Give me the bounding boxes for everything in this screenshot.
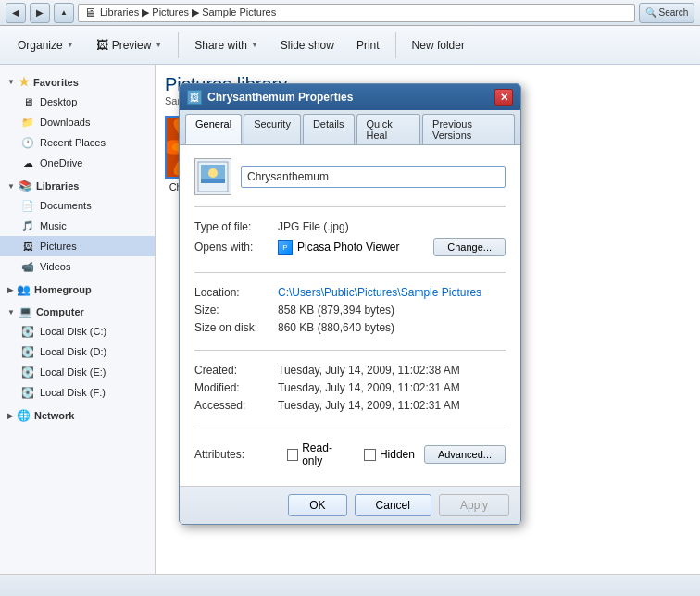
dialog-tabs: General Security Details Quick Heal Prev… — [180, 110, 520, 145]
location-section: Location: C:\Users\Public\Pictures\Sampl… — [194, 286, 506, 351]
type-section: Type of file: JPG File (.jpg) Opens with… — [194, 220, 506, 273]
hidden-label: Hidden — [380, 448, 415, 461]
tab-previous-versions[interactable]: Previous Versions — [422, 114, 515, 144]
opens-with-label: Opens with: — [194, 241, 278, 254]
hidden-check[interactable]: Hidden — [364, 448, 415, 461]
tab-prev-versions-label: Previous Versions — [432, 118, 472, 141]
dialog-title-icon: 🖼 — [187, 90, 202, 105]
attributes-section: Attributes: Read-only Hidden Advanced... — [194, 441, 506, 467]
location-row: Location: C:\Users\Public\Pictures\Sampl… — [194, 286, 506, 299]
dialog-footer: OK Cancel Apply — [180, 486, 520, 524]
app-name: Picasa Photo Viewer — [297, 241, 400, 254]
ok-button[interactable]: OK — [288, 494, 346, 516]
file-type-value: JPG File (.jpg) — [278, 220, 349, 233]
location-label: Location: — [194, 286, 278, 299]
dialog-close-button[interactable]: ✕ — [494, 89, 513, 106]
file-name-row — [194, 158, 506, 207]
opens-with-row: Opens with: P Picasa Photo Viewer Change… — [194, 238, 506, 256]
location-value[interactable]: C:\Users\Public\Pictures\Sample Pictures — [278, 286, 481, 299]
tab-security-label: Security — [254, 118, 291, 130]
svg-point-18 — [208, 168, 218, 178]
tab-general[interactable]: General — [185, 114, 242, 144]
attributes-label: Attributes: — [194, 448, 278, 461]
tab-quickheal[interactable]: Quick Heal — [356, 114, 421, 144]
size-disk-value: 860 KB (880,640 bytes) — [278, 321, 394, 334]
dialog-titlebar: 🖼 Chrysanthemum Properties ✕ — [180, 84, 520, 110]
tab-details[interactable]: Details — [303, 114, 355, 144]
created-label: Created: — [194, 364, 278, 377]
file-type-row: Type of file: JPG File (.jpg) — [194, 220, 506, 233]
attributes-checks: Read-only Hidden — [287, 441, 415, 467]
file-icon-svg — [196, 160, 230, 193]
modified-value: Tuesday, July 14, 2009, 11:02:31 AM — [278, 381, 460, 394]
readonly-checkbox[interactable] — [287, 449, 298, 461]
properties-dialog: 🖼 Chrysanthemum Properties ✕ General Sec… — [179, 83, 521, 525]
size-disk-row: Size on disk: 860 KB (880,640 bytes) — [194, 321, 506, 334]
ok-label: OK — [309, 499, 325, 512]
modified-label: Modified: — [194, 381, 278, 394]
accessed-label: Accessed: — [194, 399, 278, 412]
change-btn-label: Change... — [447, 242, 492, 253]
apply-label: Apply — [460, 499, 488, 512]
accessed-value: Tuesday, July 14, 2009, 11:02:31 AM — [278, 399, 460, 412]
change-button[interactable]: Change... — [433, 238, 506, 256]
svg-rect-17 — [201, 179, 225, 183]
advanced-button[interactable]: Advanced... — [424, 445, 506, 464]
size-value: 858 KB (879,394 bytes) — [278, 304, 394, 317]
hidden-checkbox[interactable] — [364, 449, 376, 461]
size-label: Size: — [194, 304, 278, 317]
opens-with-app: P Picasa Photo Viewer — [278, 240, 433, 255]
cancel-label: Cancel — [376, 499, 410, 512]
readonly-label: Read-only — [302, 441, 349, 467]
cancel-button[interactable]: Cancel — [355, 494, 431, 516]
dialog-overlay: 🖼 Chrysanthemum Properties ✕ General Sec… — [0, 0, 700, 596]
readonly-check[interactable]: Read-only — [287, 441, 349, 467]
apply-button[interactable]: Apply — [439, 494, 509, 516]
file-icon-big — [194, 158, 231, 195]
advanced-btn-label: Advanced... — [438, 449, 492, 460]
dialog-title-text: Chrysanthemum Properties — [207, 91, 489, 104]
size-disk-label: Size on disk: — [194, 321, 278, 334]
dialog-body: Type of file: JPG File (.jpg) Opens with… — [180, 145, 520, 486]
modified-row: Modified: Tuesday, July 14, 2009, 11:02:… — [194, 381, 506, 394]
created-value: Tuesday, July 14, 2009, 11:02:38 AM — [278, 364, 460, 377]
tab-security[interactable]: Security — [244, 114, 301, 144]
created-row: Created: Tuesday, July 14, 2009, 11:02:3… — [194, 364, 506, 377]
file-type-label: Type of file: — [194, 220, 278, 233]
tab-details-label: Details — [313, 118, 344, 130]
accessed-row: Accessed: Tuesday, July 14, 2009, 11:02:… — [194, 399, 506, 412]
tab-general-label: General — [195, 118, 231, 130]
file-name-input[interactable] — [241, 166, 506, 188]
app-icon: P — [278, 240, 293, 255]
dates-section: Created: Tuesday, July 14, 2009, 11:02:3… — [194, 364, 506, 428]
tab-quickheal-label: Quick Heal — [367, 118, 393, 141]
size-row: Size: 858 KB (879,394 bytes) — [194, 304, 506, 317]
